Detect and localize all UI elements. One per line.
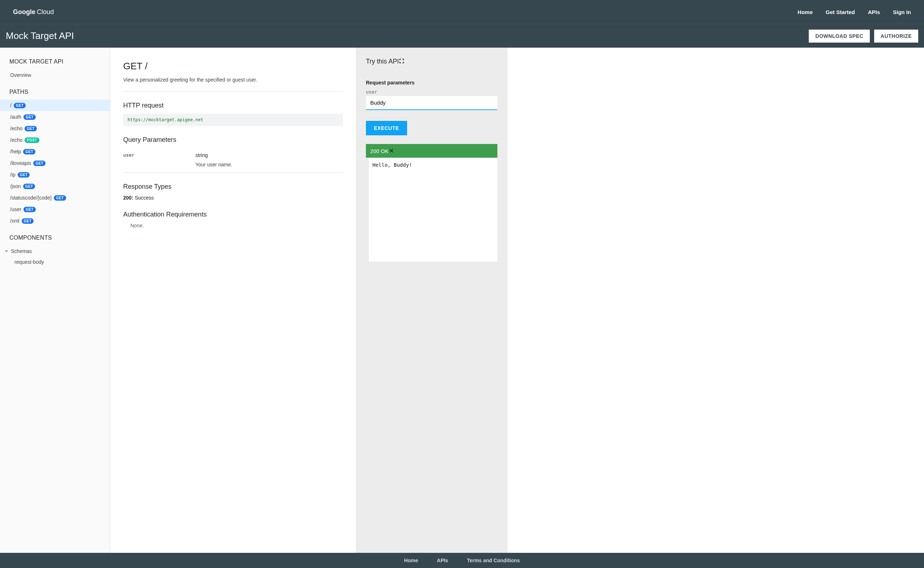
query-param-desc: Your user name. [195, 162, 343, 168]
close-icon[interactable]: ✕ [389, 148, 394, 154]
request-params-label: Request parameters [366, 80, 497, 86]
response-type-row: 200: Success [123, 195, 343, 201]
footer-link-terms[interactable]: Terms and Conditions [467, 557, 520, 563]
sidebar-path-item[interactable]: /jsonGET [0, 180, 110, 192]
http-request-heading: HTTP request [123, 102, 343, 109]
footer-link-apis[interactable]: APIs [437, 557, 448, 563]
method-badge: GET [23, 207, 35, 212]
sidebar-path-label: /user [10, 206, 21, 212]
footer-link-home[interactable]: Home [404, 557, 418, 563]
download-spec-button[interactable]: DOWNLOAD SPEC [809, 30, 870, 42]
logo-rest: Cloud [37, 8, 54, 16]
sidebar: MOCK TARGET API Overview PATHS /GET/auth… [0, 48, 110, 553]
sidebar-path-label: /json [10, 183, 21, 189]
sidebar-path-label: /help [10, 149, 21, 154]
endpoint-title: GET / [123, 60, 343, 72]
auth-req-heading: Authentication Requirements [123, 211, 343, 218]
sidebar-components-heading: COMPONENTS [0, 233, 110, 245]
footer: Home APIs Terms and Conditions [0, 553, 924, 568]
response-status-text: 200 OK [370, 148, 389, 154]
query-params-heading: Query Parameters [123, 136, 343, 144]
method-badge: GET [33, 160, 45, 166]
param-user-input[interactable] [366, 96, 497, 110]
response-status-bar: 200 OK ✕ [366, 144, 497, 158]
sidebar-paths-heading: PATHS [0, 87, 110, 100]
sidebar-path-label: /ip [10, 172, 15, 178]
method-badge: GET [54, 195, 66, 201]
method-badge: GET [14, 103, 26, 108]
sidebar-path-label: /iloveapis [10, 160, 31, 166]
top-navbar: Google Cloud Home Get Started APIs Sign … [0, 0, 924, 24]
sidebar-path-item[interactable]: /authGET [0, 111, 110, 123]
method-badge: POST [24, 137, 39, 143]
sidebar-path-item[interactable]: /statuscode/{code}GET [0, 192, 110, 204]
nav-link-apis[interactable]: APIs [868, 9, 880, 15]
nav-link-home[interactable]: Home [798, 9, 813, 15]
sidebar-path-label: /xml [10, 218, 20, 224]
query-param-type: string [195, 152, 343, 158]
try-api-title: Try this API [366, 58, 399, 65]
endpoint-description: View a personalized greeting for the spe… [123, 77, 343, 92]
method-badge: GET [24, 126, 36, 131]
main-content: GET / View a personalized greeting for t… [110, 48, 356, 553]
query-param-name: user [123, 152, 195, 168]
sidebar-path-item[interactable]: /iloveapisGET [0, 157, 110, 169]
method-badge: GET [18, 172, 30, 178]
http-request-url: https://mocktarget.apigee.net [123, 114, 343, 126]
sidebar-path-item[interactable]: /echoPOST [0, 134, 110, 146]
query-param-row: user string Your user name. [123, 148, 343, 173]
auth-none: None. [123, 223, 343, 228]
method-badge: GET [23, 149, 35, 154]
execute-button[interactable]: EXECUTE [366, 121, 407, 135]
nav-link-sign-in[interactable]: Sign In [893, 9, 911, 15]
response-text: Success [135, 195, 154, 201]
logo-bold: Google [13, 8, 35, 16]
sidebar-api-heading: MOCK TARGET API [0, 56, 110, 69]
method-badge: GET [23, 115, 35, 120]
response-types-heading: Response Types [123, 183, 343, 190]
response-code: 200: [123, 195, 133, 201]
page-subheader: Mock Target API DOWNLOAD SPEC AUTHORIZE [0, 24, 924, 48]
response-body: Hello, Buddy! [366, 158, 497, 261]
google-cloud-logo[interactable]: Google Cloud [13, 8, 54, 16]
sidebar-overview-label: Overview [10, 72, 31, 78]
method-badge: GET [22, 218, 33, 224]
try-api-panel: Try this API Request parameters user EXE… [356, 48, 507, 553]
param-user-label: user [366, 89, 497, 95]
expand-icon[interactable] [399, 58, 404, 65]
sidebar-path-item[interactable]: /helpGET [0, 146, 110, 157]
method-badge: GET [23, 184, 35, 189]
sidebar-path-item[interactable]: /ipGET [0, 169, 110, 180]
sidebar-schema-request-body[interactable]: request-body [0, 257, 110, 267]
sidebar-schemas-toggle[interactable]: Schemas [0, 245, 110, 257]
sidebar-path-label: /echo [10, 125, 23, 131]
sidebar-path-label: /auth [10, 114, 21, 120]
nav-link-get-started[interactable]: Get Started [826, 9, 855, 15]
sidebar-path-label: /statuscode/{code} [10, 195, 52, 201]
sidebar-path-item[interactable]: /xmlGET [0, 215, 110, 227]
page-title: Mock Target API [6, 30, 74, 41]
sidebar-path-label: /echo [10, 137, 23, 143]
sidebar-path-item[interactable]: /echoGET [0, 123, 110, 134]
sidebar-path-label: / [10, 103, 12, 108]
sidebar-path-item[interactable]: /GET [0, 100, 110, 111]
sidebar-path-item[interactable]: /userGET [0, 204, 110, 215]
sidebar-item-overview[interactable]: Overview [0, 69, 110, 81]
sidebar-schemas-label: Schemas [11, 248, 32, 254]
authorize-button[interactable]: AUTHORIZE [874, 30, 918, 42]
caret-down-icon [5, 251, 8, 252]
